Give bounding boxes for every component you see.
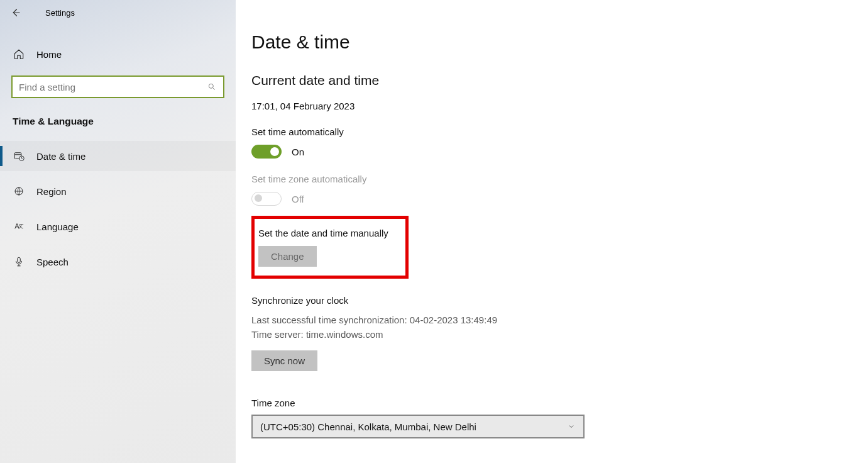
manual-change-highlight: Set the date and time manually Change (251, 216, 409, 279)
auto-tz-toggle-row: Off (251, 192, 842, 206)
search-box[interactable] (11, 75, 224, 98)
language-icon (13, 220, 25, 233)
sidebar-item-label: Speech (36, 257, 69, 267)
auto-time-label: Set time automatically (251, 126, 842, 137)
sidebar: Settings Home Time & Language (0, 0, 236, 463)
manual-label: Set the date and time manually (258, 228, 399, 238)
timezone-value: (UTC+05:30) Chennai, Kolkata, Mumbai, Ne… (260, 421, 567, 432)
search-wrap (0, 68, 236, 98)
sidebar-category: Time & Language (0, 98, 236, 130)
auto-time-toggle[interactable] (251, 145, 282, 159)
sidebar-item-region[interactable]: Region (0, 176, 236, 206)
search-input[interactable] (19, 82, 207, 92)
sidebar-item-language[interactable]: Language (0, 211, 236, 242)
svg-rect-4 (18, 257, 21, 262)
sidebar-item-label: Date & time (36, 151, 85, 162)
sync-last-line: Last successful time synchronization: 04… (251, 313, 842, 328)
auto-time-state: On (292, 147, 304, 157)
chevron-down-icon (567, 423, 576, 430)
titlebar: Settings (0, 0, 236, 25)
sync-now-button[interactable]: Sync now (251, 350, 317, 371)
auto-time-toggle-row: On (251, 145, 842, 159)
sync-heading: Synchronize your clock (251, 295, 842, 306)
sidebar-item-date-time[interactable]: Date & time (0, 141, 236, 171)
auto-tz-toggle (251, 192, 282, 206)
sidebar-home[interactable]: Home (0, 40, 236, 68)
back-button[interactable] (9, 6, 23, 20)
current-datetime-value: 17:01, 04 February 2023 (251, 101, 842, 111)
timezone-label: Time zone (251, 398, 842, 408)
svg-point-0 (209, 84, 213, 88)
arrow-left-icon (10, 7, 21, 18)
current-datetime-heading: Current date and time (251, 73, 842, 88)
auto-tz-state: Off (292, 194, 304, 204)
home-icon (13, 48, 25, 60)
sync-section: Synchronize your clock Last successful t… (251, 295, 842, 371)
main-content: Date & time Current date and time 17:01,… (251, 31, 842, 438)
sync-server-line: Time server: time.windows.com (251, 328, 842, 342)
sidebar-item-speech[interactable]: Speech (0, 247, 236, 277)
page-title: Date & time (251, 31, 842, 53)
timezone-select[interactable]: (UTC+05:30) Chennai, Kolkata, Mumbai, Ne… (251, 415, 585, 438)
calendar-clock-icon (13, 150, 25, 162)
auto-tz-label: Set time zone automatically (251, 174, 842, 184)
search-icon (207, 82, 217, 92)
sidebar-home-label: Home (36, 49, 62, 60)
change-button[interactable]: Change (258, 246, 317, 267)
globe-icon (13, 185, 25, 198)
app-title: Settings (45, 8, 75, 18)
microphone-icon (13, 255, 25, 268)
sidebar-item-label: Language (36, 221, 79, 232)
timezone-section: Time zone (UTC+05:30) Chennai, Kolkata, … (251, 398, 842, 438)
sidebar-nav: Date & time Region Language (0, 141, 236, 277)
sidebar-item-label: Region (36, 186, 67, 197)
